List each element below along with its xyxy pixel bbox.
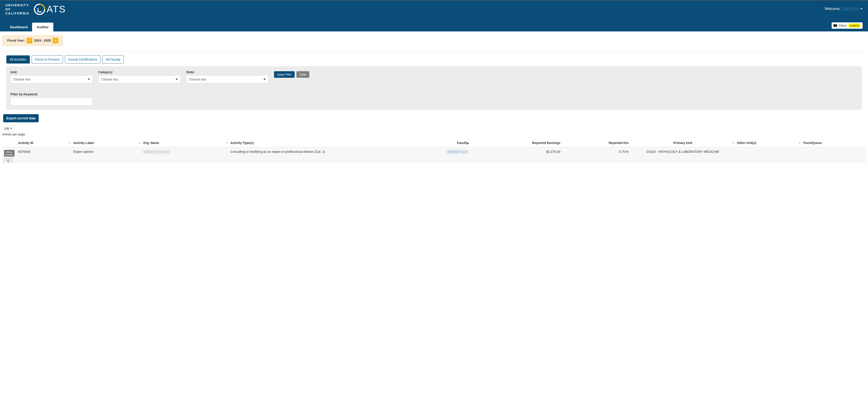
tag-icon: 🏷 <box>6 159 11 162</box>
entries-per-page-label: entries per page <box>2 133 866 136</box>
category-select[interactable]: Choose any <box>98 75 181 83</box>
oats-logo-text: ATS <box>46 4 66 15</box>
main-tabs: Dashboard Auditor <box>5 23 53 31</box>
status-label: Status <box>838 24 847 27</box>
sort-icon <box>69 142 70 144</box>
fiscal-year-value: 2024 - 2025 <box>34 39 51 42</box>
col-other-units[interactable]: Other Unit(s) <box>735 139 802 147</box>
uc-logo: UNIVERSITY OF CALIFORNIA <box>5 3 29 16</box>
cell-activity-id: 8376940 <box>16 147 71 163</box>
category-filter-label: Category: <box>98 70 181 74</box>
sort-icon <box>733 142 734 144</box>
unit-filter-label: Unit: <box>10 70 93 74</box>
sort-icon <box>226 142 228 144</box>
state-select[interactable]: Choose any <box>186 75 269 83</box>
filter-tab-forms-in-process[interactable]: Forms in Process <box>32 55 63 63</box>
divider <box>2 51 866 51</box>
logo-area: UNIVERSITY OF CALIFORNIA ATS <box>5 3 66 16</box>
chevron-down-icon <box>176 79 178 80</box>
col-primary-unit[interactable]: Primary Unit <box>630 139 735 147</box>
keyword-filter-label: Filter by Keyword: <box>10 92 93 96</box>
cell-activity-types: Consulting or testifying as an expert or… <box>229 147 399 163</box>
col-activity-types[interactable]: Activity Type(s) <box>229 139 399 147</box>
filter-tab-all-activities[interactable]: All Activities <box>6 55 30 63</box>
welcome-label: Welcome, <box>825 7 841 11</box>
col-activity-id[interactable]: Activity ID <box>16 139 71 147</box>
sort-icon <box>799 142 801 144</box>
attachments-count: 0 <box>6 162 11 163</box>
table-row: Show Details 🏷 0 8376940 Expert opinion … <box>2 147 866 163</box>
cell-primary-unit: D1625 - PATHOLOGY & LABORATORY MEDICINE <box>630 147 735 163</box>
filter-panel: Unit: Choose one Category: Choose any St… <box>6 66 862 110</box>
state-filter-label: State: <box>186 70 269 74</box>
filter-tab-annual-certifications[interactable]: Annual Certifications <box>65 55 100 63</box>
filter-tabs: All Activities Forms in Process Annual C… <box>6 55 862 63</box>
col-faculty[interactable]: Faculty <box>399 139 470 147</box>
oats-logo: ATS <box>34 4 66 15</box>
tab-auditor[interactable]: Auditor <box>32 23 53 31</box>
apply-filter-button[interactable]: Apply Filter <box>274 71 294 78</box>
status-legend-button[interactable]: Status Legend <box>832 22 863 29</box>
col-org-name[interactable]: Org. Name <box>142 139 229 147</box>
export-button[interactable]: Export current data <box>3 114 39 122</box>
col-form-queue[interactable]: Form/Queue <box>801 139 866 147</box>
activities-table: Activity ID Activity Label Org. Name Act… <box>2 139 866 163</box>
attachments-button[interactable]: 🏷 0 <box>4 158 13 163</box>
col-details <box>2 139 16 147</box>
tab-dashboard[interactable]: Dashboard <box>5 23 32 31</box>
cell-reported-earnings: $2,375.00 <box>470 147 562 163</box>
chevron-down-icon <box>264 79 266 80</box>
cell-reported-hrs: 4.75 hr <box>562 147 630 163</box>
uc-logo-line1: UNIVERSITY <box>5 3 29 7</box>
app-header: UNIVERSITY OF CALIFORNIA ATS Welcome, Da… <box>0 0 868 31</box>
keyword-input[interactable] <box>10 97 93 106</box>
uc-logo-line3: CALIFORNIA <box>5 11 29 16</box>
fiscal-year-selector: Fiscal Year: < 2024 - 2025 > <box>2 35 63 46</box>
oats-clock-icon <box>32 1 48 18</box>
entries-per-page-select[interactable]: 100 <box>2 125 14 132</box>
fiscal-year-prev-button[interactable]: < <box>27 38 32 44</box>
cell-activity-label: Expert opinion <box>71 147 141 163</box>
caret-down-icon <box>860 8 863 9</box>
uc-logo-line2: OF <box>5 7 29 11</box>
welcome-username-redacted <box>842 7 859 11</box>
chevron-down-icon <box>88 79 90 80</box>
unit-select[interactable]: Choose one <box>10 75 93 83</box>
cell-form-queue <box>801 147 866 163</box>
state-select-value: Choose any <box>189 78 206 81</box>
unit-select-value: Choose one <box>13 78 31 81</box>
col-reported-hrs[interactable]: Reported Hrs <box>562 139 630 147</box>
clear-filter-button[interactable]: Clear <box>297 71 309 78</box>
fiscal-year-label: Fiscal Year: <box>7 39 25 42</box>
sort-desc-icon <box>467 142 469 144</box>
fiscal-year-next-button[interactable]: > <box>53 38 58 44</box>
category-select-value: Choose any <box>101 78 118 81</box>
welcome-user-menu[interactable]: Welcome, <box>825 3 863 11</box>
legend-badge: Legend <box>848 24 861 28</box>
help-icon <box>833 24 837 27</box>
cell-org-name: redacted org name <box>142 147 229 163</box>
cell-faculty[interactable]: redacted name <box>399 147 470 163</box>
cell-other-units <box>735 147 802 163</box>
col-activity-label[interactable]: Activity Label <box>71 139 141 147</box>
sort-icon <box>139 142 141 144</box>
filter-tab-all-faculty[interactable]: All Faculty <box>102 55 124 63</box>
col-reported-earnings[interactable]: Reported Earnings <box>470 139 562 147</box>
show-details-button[interactable]: Show Details <box>4 150 14 156</box>
